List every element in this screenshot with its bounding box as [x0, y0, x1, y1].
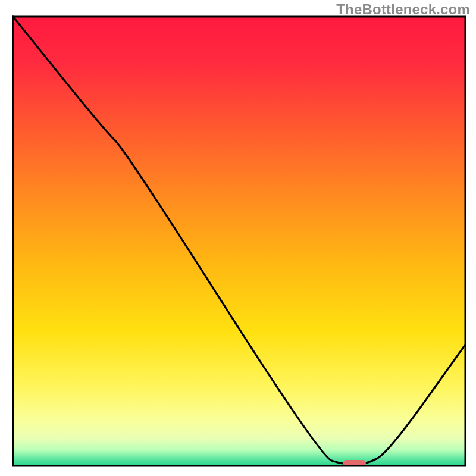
svg-rect-0 — [13, 17, 465, 466]
bottleneck-chart — [0, 0, 476, 476]
chart-container: TheBottleneck.com — [0, 0, 476, 476]
watermark-text: TheBottleneck.com — [336, 1, 470, 18]
